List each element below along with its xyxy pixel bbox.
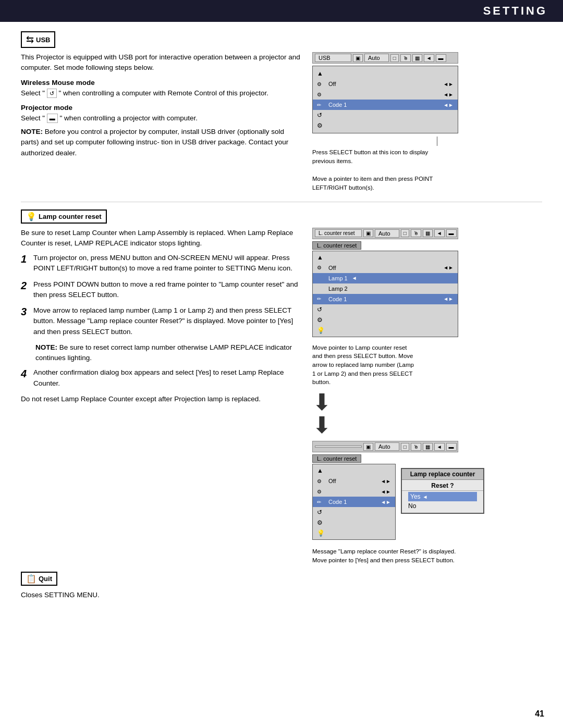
lamp-menu-bar-bottom: ▣ Auto □ 🖱 ▦ ◄ ▬ [312,441,458,452]
steps-list-2: 4 Another confirmation dialog box appear… [21,367,302,389]
lamp-b-row-off-label: Off [328,478,378,484]
dialog-subtitle: Reset ? [402,480,483,491]
lamp-menu-rows-bottom: ▲ ⚙ Off ◄► ⚙ ◄► [313,464,395,539]
lamp-menu-bottom-icon5: ◄ [434,443,445,451]
step-2: 2 Press POINT DOWN button to move a red … [21,279,302,301]
step-num-1: 1 [21,253,29,265]
lamp-menu-bottom-icon1: ▣ [363,443,373,451]
lamp-menu-bar-bottom-label [315,446,362,448]
usb-menu-row-4: ↺ [313,110,458,120]
usb-menu-row-code: ✏ Code 1 ◄► [313,100,458,110]
dialog-no-label: No [408,502,416,510]
row-arrow-2: ◄► [443,92,454,97]
usb-note: NOTE: Before you control a projector by … [21,127,302,158]
usb-content: This Projector is equipped with USB port… [21,52,542,194]
quit-text: Closes SETTING MENU. [21,590,542,600]
row-arrow-code: ◄► [443,102,454,108]
lamp-menu-icon4: ▦ [423,229,433,237]
usb-intro: This Projector is equipped with USB port… [21,52,302,73]
lamp-menu-icon5: ◄ [434,229,445,237]
section-divider [21,202,542,202]
annotation-text-2: Move a pointer to item and then press PO… [312,175,437,192]
lamp-b-row-icon-4: ↺ [317,509,326,516]
lamp-menu-bottom-icon4: ▦ [423,443,433,451]
usb-menu-panel: ▲ ⚙ Off ◄► ⚙ ◄► ✏ Code 1 [312,66,458,133]
step-text-2: Press POINT DOWN button to move a red fr… [33,279,302,301]
lamp-row-5: ⚙ [313,315,458,325]
usb-label: USB [36,36,50,44]
lamp-replace-dialog: Lamp replace counter Reset ? Yes ◄ No [401,468,484,514]
dialog-title: Lamp replace counter [402,469,483,480]
lamp-note: NOTE: Be sure to reset correct lamp numb… [35,342,302,364]
lamp-row-icon-4: ↺ [317,306,326,313]
lamp-b-row-4: ↺ [313,507,395,517]
lamp-row-6: 💡 [313,325,458,336]
annotation-text-1: Press SELECT button at this icon to disp… [312,148,437,165]
page-number: 41 [535,709,544,719]
page-header: SETTING [0,0,563,22]
lamp-bottom-annotation: Message "Lamp replace counter Reset?" is… [312,547,458,564]
lamp-bottom-panel-area: ▲ ⚙ Off ◄► ⚙ ◄► [312,464,484,544]
lamp-menu-panel-top: ▲ ⚙ Off ◄► Lamp 1 ◄ Lamp 2 [312,251,458,337]
step-num-3: 3 [21,305,29,318]
row-label-code: Code 1 [328,102,441,108]
step-num-2: 2 [21,279,29,292]
lamp-icon-box: 💡 Lamp counter reset [21,209,107,224]
menu-bar-icon4: ▦ [412,54,422,62]
lamp-right: L. counter reset ▣ Auto □ 🖱 ▦ ◄ ▬ L. cou… [312,228,542,565]
lamp-menu-bottom-icon6: ▬ [446,443,457,451]
lamp-row-lamp2: Lamp 2 [313,283,458,294]
menu-bar-icon2: □ [390,54,399,62]
step-text-3: Move arrow to replaced lamp number (Lamp… [33,305,302,337]
note-text-lamp: Be sure to reset correct lamp number oth… [35,343,292,362]
lamp-menu-icon2: □ [401,229,409,237]
lamp-menu-icon6: ▬ [446,229,457,237]
lamp-b-row-up: ▲ [313,465,395,476]
lamp-b-row-arrow-2: ◄► [381,489,391,495]
lamp-menu-bar-bottom-vis: L. counter reset [312,454,361,463]
step-3: 3 Move arrow to replaced lamp number (La… [21,305,302,337]
lamp-b-row-icon-code: ✏ [317,499,326,505]
step-text-1: Turn projector on, press MENU button and… [33,253,302,274]
lamp-menu-icon1: ▣ [363,229,373,237]
lamp-menu-bar-label: L. counter reset [315,229,362,237]
dialog-yes-label: Yes [410,493,421,500]
dialog-yes[interactable]: Yes ◄ [408,492,477,501]
projector-text: Select " ▬ " when controlling a projecto… [21,113,302,124]
lamp-b-row-code: ✏ Code 1 ◄► [313,497,395,507]
up-arrow-icon: ▲ [317,70,326,77]
lamp-b-row-icon-2: ⚙ [317,489,326,495]
lamp-b-row-6: 💡 [313,528,395,538]
lamp-content: Be sure to reset Lamp Counter when Lamp … [21,228,542,565]
lamp-menu-bottom-icon3: 🖱 [411,443,421,451]
lamp-menu-bottom-dropdown: Auto [375,442,399,451]
usb-left: This Projector is equipped with USB port… [21,52,302,194]
menu-bar-icon6: ▬ [436,54,446,62]
lamp-section-header: 💡 Lamp counter reset [21,209,542,224]
lamp-row-icon-code: ✏ [317,296,326,302]
note-label: NOTE: [21,128,43,135]
row-icon-4: ↺ [317,112,326,119]
step-num-4: 4 [21,367,29,380]
lamp-up-icon: ▲ [317,254,326,261]
step-4: 4 Another confirmation dialog box appear… [21,367,302,389]
lamp-row-arrow-1: ◄► [443,265,454,270]
lamp-b-row-off: ⚙ Off ◄► [313,476,395,486]
annotation-right-text: Move pointer to Lamp counter reset and t… [312,343,417,387]
lamp-row-label-off: Off [328,265,441,271]
dialog-no[interactable]: No [408,501,416,511]
steps-list: 1 Turn projector on, press MENU button a… [21,253,302,337]
lamp-b-row-code-label: Code 1 [328,499,378,505]
lamp-b-row-5: ⚙ [313,517,395,528]
lamp-menu-bar-top: L. counter reset ▣ Auto □ 🖱 ▦ ◄ ▬ [312,228,458,239]
menu-bar-icon5: ◄ [424,54,434,62]
row-label-off: Off [328,81,441,87]
lamp-b-row-arrow-code: ◄► [381,499,391,505]
lamp-menu-dropdown: Auto [375,229,399,238]
quit-icon-box: 📋 Quit [21,572,57,586]
dialog-options: Yes ◄ No [402,491,483,513]
lamp-b-row-icon-5: ⚙ [317,519,326,526]
lamp-bulb-icon: 💡 [26,212,36,221]
menu-bar-dropdown: Auto [364,54,389,62]
lamp1-arrow: ◄ [352,275,357,281]
